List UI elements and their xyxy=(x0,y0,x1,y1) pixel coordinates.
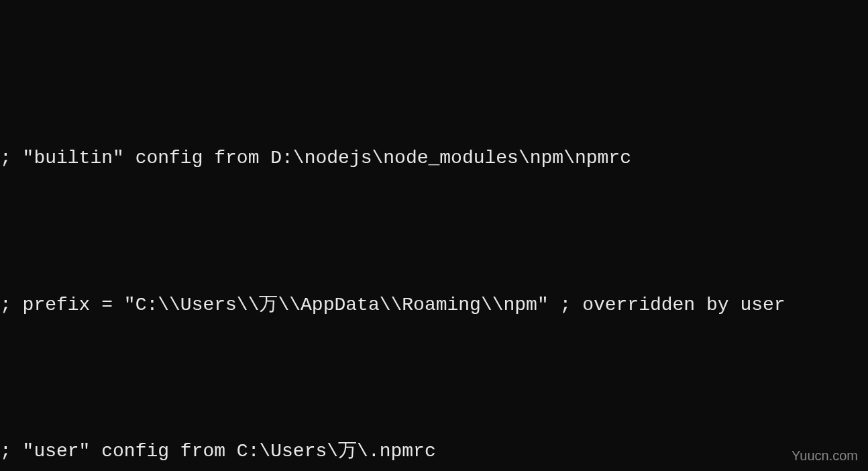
output-line xyxy=(0,366,868,390)
output-line: ; "builtin" config from D:\nodejs\node_m… xyxy=(0,146,868,170)
output-line: ; "user" config from C:\Users\万\.npmrc xyxy=(0,439,868,464)
terminal-output: ; "builtin" config from D:\nodejs\node_m… xyxy=(0,98,868,471)
output-line xyxy=(0,220,868,244)
watermark-text: Yuucn.com xyxy=(792,447,858,464)
output-line: ; prefix = "C:\\Users\\万\\AppData\\Roami… xyxy=(0,293,868,317)
